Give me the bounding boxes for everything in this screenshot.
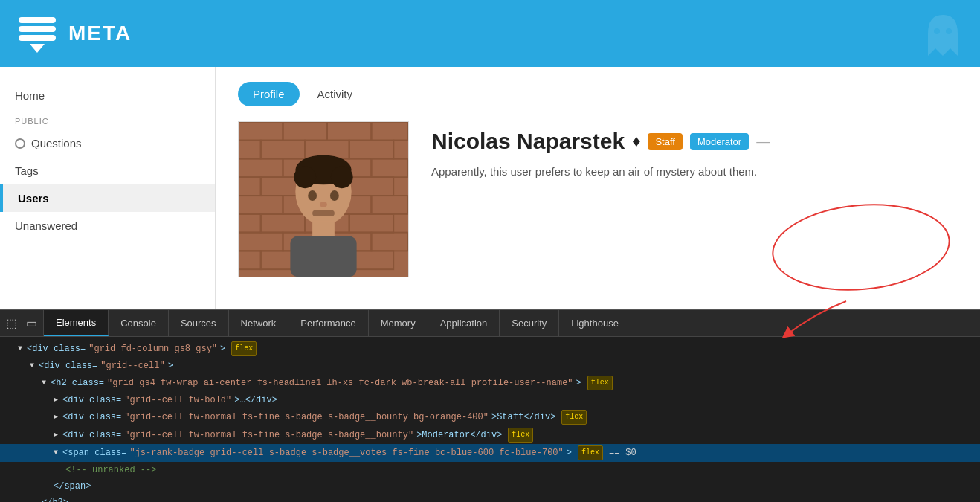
dash-separator: — [756, 134, 770, 149]
profile-info: Nicolas Naparstek ♦ Staff Moderator — Ap… [431, 121, 958, 178]
logo-area: META [15, 11, 132, 56]
devtools-tab-security[interactable]: Security [500, 310, 559, 336]
svg-point-46 [320, 202, 327, 207]
devtools-content: ▼ <div class="grid fd-column gs8 gsy"> f… [0, 337, 980, 502]
dt-line-2[interactable]: ▼ <div class="grid--cell"> [0, 358, 980, 374]
svg-point-42 [294, 166, 316, 188]
dt-line-10[interactable]: </h2> [0, 495, 980, 502]
svg-point-45 [330, 190, 339, 201]
devtools-tab-sources[interactable]: Sources [169, 310, 229, 336]
sidebar-item-unanswered[interactable]: Unanswered [0, 212, 215, 239]
dt-line-4[interactable]: ▶ <div class="grid--cell fw-bold">…</div… [0, 392, 980, 408]
mobile-icon[interactable]: ▭ [26, 316, 37, 330]
svg-rect-49 [290, 236, 356, 277]
dt-line-6[interactable]: ▶ <div class="grid--cell fw-normal fs-fi… [0, 426, 980, 444]
profile-name: Nicolas Naparstek [431, 129, 625, 154]
sidebar-item-home[interactable]: Home [0, 82, 215, 109]
badge-staff[interactable]: Staff [648, 133, 683, 150]
flex-badge-2: flex [587, 376, 613, 390]
dt-arrow-5: ▶ [54, 411, 58, 424]
avatar-image [239, 121, 408, 277]
diamond-icon: ♦ [632, 132, 640, 151]
tabs-row: Profile Activity [238, 82, 958, 106]
avatar-container [238, 121, 409, 277]
devtools-tab-performance[interactable]: Performance [288, 310, 368, 336]
sidebar-item-tags[interactable]: Tags [0, 157, 215, 184]
svg-point-4 [934, 28, 940, 34]
unanswered-label: Unanswered [15, 219, 77, 232]
svg-marker-3 [30, 44, 45, 53]
globe-icon [15, 138, 25, 149]
content-area: Profile Activity [216, 67, 980, 309]
devtools-left-icons: ⬚ ▭ [0, 310, 44, 336]
svg-point-43 [331, 166, 353, 188]
dt-arrow-4: ▶ [54, 393, 58, 407]
logo-text: META [68, 22, 132, 45]
devtools-tab-elements[interactable]: Elements [44, 310, 109, 336]
flex-badge-5: flex [578, 445, 603, 460]
tab-profile[interactable]: Profile [238, 82, 300, 106]
dt-arrow-6: ▶ [54, 428, 58, 442]
dt-line-7-selected[interactable]: ▼ <span class="js-rank-badge grid--cell … [0, 444, 980, 462]
sidebar-item-questions[interactable]: Questions [0, 129, 215, 157]
devtools-tab-network[interactable]: Network [229, 310, 289, 336]
dt-arrow-1: ▼ [18, 342, 22, 355]
svg-point-44 [308, 190, 317, 201]
dt-arrow-7: ▼ [54, 446, 58, 460]
flex-badge-3: flex [561, 410, 587, 425]
dt-line-1[interactable]: ▼ <div class="grid fd-column gs8 gsy"> f… [0, 340, 980, 358]
sidebar-section-public: PUBLIC [0, 109, 215, 129]
svg-rect-48 [312, 222, 335, 236]
profile-bio: Apparently, this user prefers to keep an… [431, 165, 958, 178]
users-label: Users [18, 192, 49, 205]
dt-line-3[interactable]: ▼ <h2 class="grid gs4 fw-wrap ai-center … [0, 374, 980, 392]
svg-rect-1 [19, 26, 56, 32]
devtools-tab-memory[interactable]: Memory [369, 310, 428, 336]
profile-name-row: Nicolas Naparstek ♦ Staff Moderator — [431, 129, 958, 154]
cursor-icon[interactable]: ⬚ [6, 316, 17, 330]
sidebar: Home PUBLIC Questions Tags Users Unanswe… [0, 67, 216, 309]
profile-area: Nicolas Naparstek ♦ Staff Moderator — Ap… [238, 121, 958, 277]
sidebar-item-users[interactable]: Users [0, 184, 215, 212]
svg-point-5 [946, 28, 952, 34]
svg-rect-0 [19, 17, 56, 23]
devtools-tab-application[interactable]: Application [428, 310, 500, 336]
svg-rect-2 [19, 35, 56, 41]
flex-badge: flex [231, 341, 257, 356]
dt-line-8[interactable]: <!-- unranked --> [0, 462, 980, 478]
devtools-tab-console[interactable]: Console [109, 310, 169, 336]
dt-line-9[interactable]: </span> [0, 478, 980, 495]
avatar [239, 122, 408, 277]
svg-rect-47 [312, 210, 335, 216]
dt-arrow-2: ▼ [30, 359, 34, 373]
main-layout: Home PUBLIC Questions Tags Users Unanswe… [0, 67, 980, 309]
ghost-icon [921, 7, 965, 59]
annotation-arrow [772, 297, 861, 342]
tags-label: Tags [15, 164, 39, 177]
dt-line-5[interactable]: ▶ <div class="grid--cell fw-normal fs-fi… [0, 408, 980, 426]
flex-badge-4: flex [508, 428, 533, 443]
questions-label: Questions [31, 137, 82, 149]
badge-moderator[interactable]: Moderator [690, 133, 749, 150]
logo-icon [15, 11, 59, 56]
devtools-tab-lighthouse[interactable]: Lighthouse [559, 310, 631, 336]
top-nav: META [0, 0, 980, 67]
tab-activity[interactable]: Activity [303, 82, 368, 106]
home-label: Home [15, 89, 45, 102]
dt-arrow-3: ▼ [42, 376, 46, 390]
